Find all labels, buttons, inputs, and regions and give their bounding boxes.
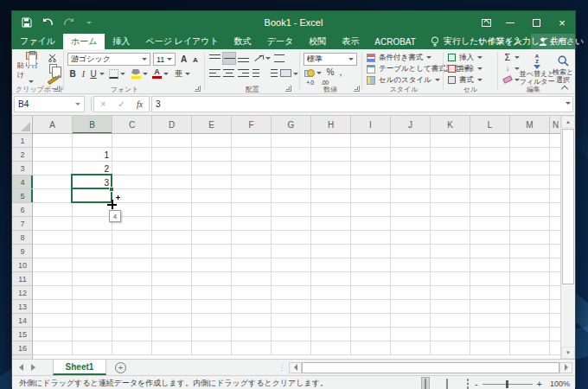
column-header-N[interactable]: N xyxy=(550,116,560,134)
bottom-align-button[interactable] xyxy=(237,53,250,64)
tab-home[interactable]: ホーム xyxy=(63,34,105,49)
find-select-button[interactable]: 検索と選択 xyxy=(552,52,574,86)
increase-indent-button[interactable] xyxy=(265,67,278,79)
align-right-button[interactable] xyxy=(237,67,250,79)
normal-view-button[interactable] xyxy=(421,377,430,389)
comma-style-button[interactable]: , xyxy=(337,66,344,77)
column-header-H[interactable]: H xyxy=(311,116,351,134)
horizontal-scrollbar-thumb[interactable] xyxy=(302,362,559,373)
italic-button[interactable]: I xyxy=(79,67,88,80)
cells-item-0[interactable]: 挿入 xyxy=(448,52,483,63)
row-header-5[interactable]: 5 xyxy=(12,189,33,203)
alignment-dialog-launcher-icon[interactable] xyxy=(285,86,291,92)
column-header-J[interactable]: J xyxy=(391,116,431,134)
cancel-icon[interactable]: × xyxy=(94,99,112,109)
enter-icon[interactable]: ✓ xyxy=(112,99,131,109)
tab-layout[interactable]: ページ レイアウト xyxy=(137,34,226,49)
dropdown-icon[interactable] xyxy=(163,73,169,75)
top-align-button[interactable] xyxy=(208,53,221,64)
close-button[interactable]: × xyxy=(549,11,575,34)
font-dialog-launcher-icon[interactable] xyxy=(195,86,201,92)
ribbon-display-options-icon[interactable] xyxy=(475,11,497,34)
scroll-down-icon[interactable]: ▼ xyxy=(561,347,575,359)
zoom-out-button[interactable]: - xyxy=(475,379,478,389)
bold-button[interactable]: B xyxy=(67,67,78,80)
tab-file[interactable]: ファイル xyxy=(12,34,63,49)
row-header-11[interactable]: 11 xyxy=(12,272,33,286)
tab-view[interactable]: 表示 xyxy=(334,34,367,49)
row-header-14[interactable]: 14 xyxy=(12,314,33,328)
autosum-button[interactable]: Σ xyxy=(502,52,514,62)
column-header-I[interactable]: I xyxy=(351,116,391,134)
row-header-13[interactable]: 13 xyxy=(12,300,33,314)
column-header-G[interactable]: G xyxy=(272,116,311,134)
copy-button[interactable] xyxy=(47,63,59,74)
tab-formulas[interactable]: 数式 xyxy=(227,34,259,49)
borders-button[interactable] xyxy=(108,68,119,80)
decrease-indent-button[interactable] xyxy=(252,67,265,79)
column-header-F[interactable]: F xyxy=(232,116,272,134)
dropdown-icon[interactable] xyxy=(143,73,148,75)
tab-data[interactable]: データ xyxy=(259,34,301,49)
align-center-button[interactable] xyxy=(222,67,235,79)
formula-input[interactable]: 3 xyxy=(151,96,573,112)
clipboard-dialog-launcher-icon[interactable] xyxy=(54,86,60,92)
vertical-scrollbar[interactable]: ▲ ▼ xyxy=(560,116,575,359)
vertical-scrollbar-thumb[interactable] xyxy=(562,129,574,284)
maximize-button[interactable] xyxy=(523,11,549,34)
name-box[interactable]: B4 xyxy=(14,96,85,112)
grow-font-button[interactable]: A xyxy=(178,54,189,65)
cut-button[interactable] xyxy=(47,54,59,62)
row-header-1[interactable]: 1 xyxy=(12,134,33,148)
dropdown-icon[interactable] xyxy=(514,56,520,59)
tab-splitter-icon[interactable]: ⋮ xyxy=(278,364,286,372)
merge-center-button[interactable] xyxy=(279,67,292,79)
percent-style-button[interactable]: % xyxy=(325,67,336,78)
scroll-up-icon[interactable]: ▲ xyxy=(561,116,575,128)
row-header-15[interactable]: 15 xyxy=(12,328,33,341)
cell-B4[interactable]: 3 xyxy=(73,175,112,189)
column-header-B[interactable]: B xyxy=(73,116,112,134)
number-format-combobox[interactable]: 標準 xyxy=(304,53,357,66)
row-header-9[interactable]: 9 xyxy=(12,245,33,258)
font-color-button[interactable]: A xyxy=(151,67,163,80)
horizontal-scrollbar[interactable]: ⋮ xyxy=(278,361,572,373)
orientation-button[interactable] xyxy=(253,53,265,64)
select-all-corner[interactable] xyxy=(12,116,33,134)
sort-filter-button[interactable]: AZ 並べ替えとフィルター xyxy=(522,52,552,86)
row-header-10[interactable]: 10 xyxy=(12,258,33,272)
column-header-K[interactable]: K xyxy=(431,116,470,134)
phonetic-guide-button[interactable]: 亜 xyxy=(173,67,184,80)
tab-acrobat[interactable]: ACROBAT xyxy=(367,34,424,49)
shrink-font-button[interactable]: A xyxy=(190,54,201,65)
accounting-format-button[interactable] xyxy=(304,67,316,78)
column-header-L[interactable]: L xyxy=(470,116,510,134)
sign-in-button[interactable]: サインイン xyxy=(470,35,531,48)
zoom-in-button[interactable]: + xyxy=(537,379,542,389)
zoom-slider[interactable] xyxy=(483,384,533,385)
paste-button[interactable]: 貼り付け xyxy=(17,52,45,83)
new-sheet-button[interactable]: + xyxy=(115,362,126,373)
share-button[interactable]: 共有 xyxy=(531,34,575,49)
dropdown-icon[interactable] xyxy=(316,72,322,74)
font-size-combobox[interactable]: 11 xyxy=(153,53,176,66)
dropdown-icon[interactable] xyxy=(293,73,298,75)
scroll-left-icon[interactable] xyxy=(289,362,302,373)
column-header-A[interactable]: A xyxy=(33,116,73,134)
minimize-button[interactable] xyxy=(497,11,523,34)
zoom-slider-thumb[interactable] xyxy=(506,380,508,388)
cells-item-1[interactable]: 削除 xyxy=(448,63,483,74)
sheet-tab-sheet1[interactable]: Sheet1 xyxy=(53,360,106,375)
align-left-button[interactable] xyxy=(208,67,221,79)
clear-button[interactable] xyxy=(502,74,514,85)
row-header-7[interactable]: 7 xyxy=(12,217,33,231)
cell-B2[interactable]: 1 xyxy=(73,148,112,162)
page-layout-view-button[interactable] xyxy=(444,378,451,389)
font-name-combobox[interactable]: 游ゴシック xyxy=(67,53,150,66)
previous-sheet-icon[interactable] xyxy=(19,364,23,371)
column-header-C[interactable]: C xyxy=(112,116,152,134)
collapse-ribbon-icon[interactable] xyxy=(562,86,568,90)
wrap-text-button[interactable] xyxy=(273,53,285,64)
column-header-D[interactable]: D xyxy=(152,116,192,134)
scroll-right-icon[interactable] xyxy=(559,362,572,373)
